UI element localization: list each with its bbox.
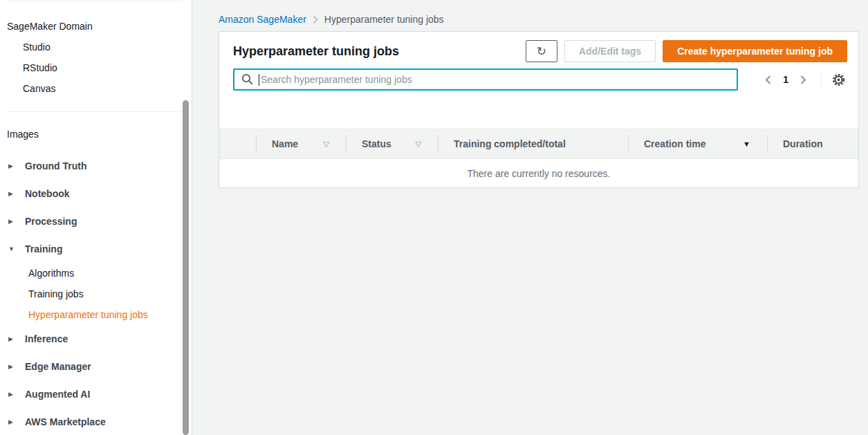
- sort-icon: ▽: [416, 140, 438, 149]
- column-label: Name: [272, 138, 324, 149]
- sagemaker-console: SageMaker Domain Studio RStudio Canvas I…: [0, 0, 868, 435]
- search-box: [233, 68, 738, 91]
- pagination: 1: [760, 71, 847, 89]
- table-header-creation-time[interactable]: Creation time ▼: [628, 129, 767, 158]
- sidebar-item-label: Inference: [25, 325, 68, 353]
- breadcrumb: Amazon SageMaker Hyperparameter tuning j…: [219, 14, 444, 25]
- sidebar-item-label: Notebook: [25, 180, 70, 207]
- table-header-training-completed: Training completed/total: [438, 129, 628, 158]
- sort-desc-icon: ▼: [743, 140, 767, 148]
- table-header-select: [219, 129, 256, 158]
- sort-icon: ▽: [324, 140, 346, 149]
- empty-state: There are currently no resources.: [219, 160, 858, 187]
- chevron-right-icon: [800, 75, 807, 85]
- search-row: 1: [233, 68, 847, 91]
- create-tuning-job-button[interactable]: Create hyperparameter tuning job: [663, 40, 847, 62]
- sidebar-divider: [8, 111, 183, 112]
- refresh-button[interactable]: ↻: [526, 40, 557, 62]
- chevron-down-icon: ▼: [8, 235, 25, 263]
- sidebar-item-edge-manager[interactable]: ▶ Edge Manager: [0, 353, 192, 380]
- empty-state-message: There are currently no resources.: [468, 168, 611, 179]
- column-label: Duration: [783, 138, 858, 149]
- tuning-jobs-panel: Hyperparameter tuning jobs ↻ Add/Edit ta…: [219, 31, 859, 188]
- sidebar-item-inference[interactable]: ▶ Inference: [0, 325, 192, 353]
- panel-header: Hyperparameter tuning jobs ↻ Add/Edit ta…: [219, 32, 858, 71]
- chevron-right-icon: ▶: [8, 380, 25, 408]
- sidebar: SageMaker Domain Studio RStudio Canvas I…: [0, 0, 192, 435]
- sidebar-item-label: Edge Manager: [25, 353, 91, 380]
- main-content: Amazon SageMaker Hyperparameter tuning j…: [192, 0, 868, 435]
- sidebar-item-hyperparameter-tuning-jobs[interactable]: Hyperparameter tuning jobs: [0, 304, 192, 325]
- sidebar-item-label: AWS Marketplace: [25, 408, 106, 435]
- sidebar-scrollbar[interactable]: [183, 100, 189, 435]
- chevron-left-icon: [764, 75, 772, 85]
- add-edit-tags-button[interactable]: Add/Edit tags: [564, 40, 656, 62]
- sidebar-item-notebook[interactable]: ▶ Notebook: [0, 180, 192, 207]
- search-icon: [241, 73, 253, 85]
- sidebar-item-images[interactable]: Images: [0, 124, 192, 145]
- sidebar-item-algorithms[interactable]: Algorithms: [0, 263, 192, 284]
- sidebar-divider: [8, 1, 183, 1]
- table-header-status[interactable]: Status ▽: [346, 129, 438, 158]
- sidebar-item-label: Augmented AI: [25, 380, 90, 408]
- sidebar-item-label: Ground Truth: [25, 152, 86, 180]
- page-title: Hyperparameter tuning jobs: [233, 44, 526, 59]
- refresh-icon: ↻: [537, 45, 546, 58]
- breadcrumb-amazon-sagemaker[interactable]: Amazon SageMaker: [219, 14, 306, 25]
- chevron-right-icon: ▶: [8, 152, 25, 180]
- gear-icon: [831, 73, 846, 87]
- breadcrumb-chevron-icon: [313, 15, 318, 24]
- prev-page-button[interactable]: [760, 75, 776, 85]
- sidebar-item-training-jobs[interactable]: Training jobs: [0, 284, 192, 304]
- sidebar-item-rstudio[interactable]: RStudio: [0, 57, 192, 78]
- table-header-name[interactable]: Name ▽: [256, 129, 346, 158]
- sidebar-item-canvas[interactable]: Canvas: [0, 78, 192, 99]
- page-number[interactable]: 1: [776, 74, 795, 85]
- chevron-right-icon: ▶: [8, 207, 25, 235]
- sidebar-item-training[interactable]: ▼ Training: [0, 235, 192, 263]
- chevron-right-icon: ▶: [8, 180, 25, 207]
- text-caret: [259, 74, 259, 86]
- column-label: Training completed/total: [454, 138, 628, 149]
- pagination-divider: [821, 71, 822, 89]
- sidebar-item-label: Training: [25, 235, 62, 263]
- chevron-right-icon: ▶: [8, 325, 25, 353]
- table-header-row: Name ▽ Status ▽ Training completed/total…: [219, 129, 858, 159]
- column-label: Creation time: [644, 138, 743, 149]
- breadcrumb-current: Hyperparameter tuning jobs: [324, 14, 444, 25]
- sidebar-item-augmented-ai[interactable]: ▶ Augmented AI: [0, 380, 192, 408]
- sidebar-item-sagemaker-domain[interactable]: SageMaker Domain: [0, 16, 192, 37]
- sidebar-item-aws-marketplace[interactable]: ▶ AWS Marketplace: [0, 408, 192, 435]
- sidebar-nav-group: ▶ Ground Truth ▶ Notebook ▶ Processing ▼…: [0, 152, 192, 435]
- sidebar-item-ground-truth[interactable]: ▶ Ground Truth: [0, 152, 192, 180]
- header-actions: ↻ Add/Edit tags Create hyperparameter tu…: [526, 40, 847, 62]
- table-header-duration: Duration: [767, 129, 858, 158]
- search-input[interactable]: [233, 68, 738, 91]
- sidebar-item-studio[interactable]: Studio: [0, 37, 192, 57]
- chevron-right-icon: ▶: [8, 408, 25, 435]
- next-page-button[interactable]: [795, 75, 811, 85]
- sidebar-item-processing[interactable]: ▶ Processing: [0, 207, 192, 235]
- sidebar-item-label: Processing: [25, 207, 77, 235]
- column-label: Status: [362, 138, 416, 149]
- chevron-right-icon: ▶: [8, 353, 25, 380]
- settings-button[interactable]: [830, 71, 847, 89]
